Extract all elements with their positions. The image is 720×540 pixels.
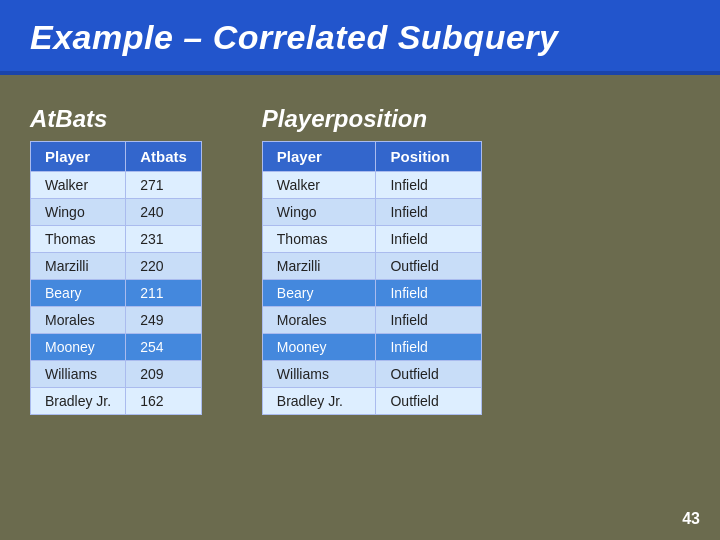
position-cell: Infield [376,172,481,199]
content-area: AtBats Player Atbats Walker 271Wingo 240… [0,85,720,435]
table-row: Bradley Jr. Outfield [262,388,481,415]
table-row: Beary Infield [262,280,481,307]
player-cell: Marzilli [31,253,126,280]
table-row: Morales Infield [262,307,481,334]
table-row: Marzilli Outfield [262,253,481,280]
atbats-col-atbats: Atbats [126,142,202,172]
title-bar: Example – Correlated Subquery [0,0,720,75]
table-row: Thomas 231 [31,226,202,253]
table-row: Williams Outfield [262,361,481,388]
atbats-col-player: Player [31,142,126,172]
player-cell: Beary [31,280,126,307]
table-row: Morales 249 [31,307,202,334]
playerposition-section: Playerposition Player Position Walker In… [262,105,482,415]
position-cell: Infield [376,280,481,307]
table-row: Thomas Infield [262,226,481,253]
atbats-cell: 220 [126,253,202,280]
atbats-table: Player Atbats Walker 271Wingo 240Thomas … [30,141,202,415]
position-cell: Outfield [376,253,481,280]
table-row: Wingo Infield [262,199,481,226]
player-cell: Bradley Jr. [31,388,126,415]
player-cell: Walker [31,172,126,199]
player-cell: Williams [31,361,126,388]
atbats-cell: 249 [126,307,202,334]
table-row: Beary 211 [31,280,202,307]
atbats-cell: 209 [126,361,202,388]
player-cell: Morales [262,307,376,334]
player-cell: Marzilli [262,253,376,280]
atbats-cell: 240 [126,199,202,226]
player-cell: Wingo [262,199,376,226]
atbats-cell: 231 [126,226,202,253]
playerposition-label: Playerposition [262,105,482,133]
playerposition-table: Player Position Walker InfieldWingo Infi… [262,141,482,415]
position-cell: Infield [376,199,481,226]
table-row: Wingo 240 [31,199,202,226]
player-cell: Bradley Jr. [262,388,376,415]
player-cell: Williams [262,361,376,388]
page-title: Example – Correlated Subquery [30,18,558,56]
player-cell: Morales [31,307,126,334]
position-cell: Outfield [376,388,481,415]
player-cell: Wingo [31,199,126,226]
atbats-label: AtBats [30,105,202,133]
table-row: Williams 209 [31,361,202,388]
player-cell: Mooney [262,334,376,361]
table-row: Mooney Infield [262,334,481,361]
pp-col-position: Position [376,142,481,172]
table-row: Mooney 254 [31,334,202,361]
position-cell: Infield [376,334,481,361]
atbats-section: AtBats Player Atbats Walker 271Wingo 240… [30,105,202,415]
pp-col-player: Player [262,142,376,172]
player-cell: Walker [262,172,376,199]
table-row: Walker Infield [262,172,481,199]
position-cell: Outfield [376,361,481,388]
atbats-cell: 162 [126,388,202,415]
atbats-cell: 211 [126,280,202,307]
atbats-cell: 271 [126,172,202,199]
page-number: 43 [682,510,700,528]
table-row: Walker 271 [31,172,202,199]
player-cell: Beary [262,280,376,307]
table-row: Bradley Jr. 162 [31,388,202,415]
player-cell: Mooney [31,334,126,361]
table-row: Marzilli 220 [31,253,202,280]
position-cell: Infield [376,307,481,334]
player-cell: Thomas [262,226,376,253]
atbats-cell: 254 [126,334,202,361]
player-cell: Thomas [31,226,126,253]
position-cell: Infield [376,226,481,253]
